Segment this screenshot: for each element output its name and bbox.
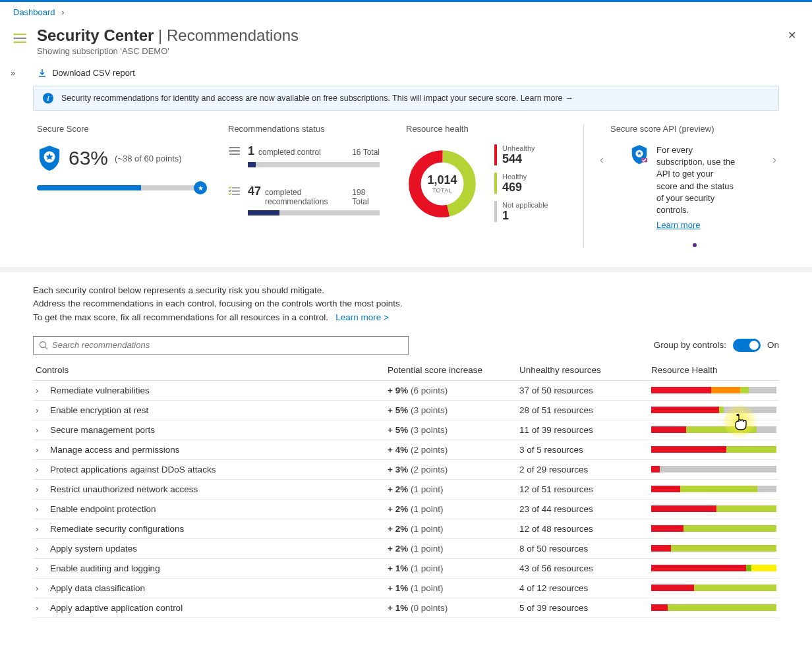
control-row[interactable]: ›Secure management ports + 5% (3 points)… [33, 420, 779, 440]
unhealthy-count: 5 of 39 resources [517, 598, 649, 617]
page-title: Security Center | Recommendations [37, 26, 299, 45]
psi-percent: + 5% [388, 425, 408, 435]
resource-health-title: Resource health [406, 124, 567, 134]
col-unhealthy[interactable]: Unhealthy resources [517, 360, 649, 381]
control-row[interactable]: ›Apply adaptive application control + 1%… [33, 598, 779, 617]
unhealthy-count: 4 of 12 resources [517, 578, 649, 598]
breadcrumb-dashboard[interactable]: Dashboard [13, 7, 55, 17]
psi-points: (1 point) [411, 484, 444, 494]
unhealthy-color-icon [494, 144, 497, 165]
search-recommendations-box[interactable] [33, 336, 409, 355]
completed-control-icon [228, 144, 241, 158]
expand-icon[interactable]: » [8, 67, 18, 79]
unhealthy-count: 23 of 44 resources [517, 499, 649, 519]
secure-score-points: (~38 of 60 points) [115, 154, 182, 163]
health-bar [651, 426, 776, 433]
psi-percent: + 9% [388, 386, 408, 395]
control-row[interactable]: ›Manage access and permissions + 4% (2 p… [33, 440, 779, 459]
control-row[interactable]: ›Enable encryption at rest + 5% (3 point… [33, 400, 779, 420]
api-preview-card: Secure score API (preview) ‹ For every s… [610, 124, 779, 247]
download-csv-button[interactable]: Download CSV report [38, 68, 135, 78]
col-psi[interactable]: Potential score increase [385, 360, 517, 381]
toolbar: » Download CSV report [0, 63, 812, 86]
chevron-right-icon: › [36, 544, 46, 554]
carousel-prev-button[interactable]: ‹ [597, 150, 606, 169]
unhealthy-count: 2 of 29 resources [517, 459, 649, 479]
resource-health-donut: 1,014 TOTAL [406, 148, 478, 220]
api-learn-more-link[interactable]: Learn more [656, 220, 736, 230]
carousel-indicator [693, 243, 697, 247]
security-center-icon [13, 30, 29, 46]
col-controls[interactable]: Controls [33, 360, 385, 381]
legend-unhealthy: Unhealthy544 [494, 144, 548, 166]
control-row[interactable]: ›Enable endpoint protection + 2% (1 poin… [33, 499, 779, 519]
control-name: Manage access and permissions [50, 445, 180, 455]
health-bar [651, 545, 776, 552]
control-name: Apply data classification [50, 583, 145, 593]
control-row[interactable]: ›Restrict unauthorized network access + … [33, 479, 779, 499]
control-row[interactable]: ›Enable auditing and logging + 1% (1 poi… [33, 558, 779, 578]
page-subtitle: Showing subscription 'ASC DEMO' [37, 46, 299, 56]
secure-score-title: Secure Score [37, 124, 202, 134]
control-row[interactable]: ›Apply data classification + 1% (1 point… [33, 578, 779, 598]
col-resource-health[interactable]: Resource Health [649, 360, 779, 381]
secure-score-bar: ★ [37, 185, 202, 190]
info-banner-text: Security recommendations for identity an… [61, 94, 573, 103]
control-name: Apply adaptive application control [50, 603, 183, 613]
unhealthy-count: 3 of 5 resources [517, 440, 649, 459]
psi-percent: + 2% [388, 484, 408, 494]
search-input[interactable] [52, 340, 403, 350]
carousel-next-button[interactable]: › [770, 150, 779, 169]
svg-rect-9 [229, 154, 240, 155]
health-bar [651, 604, 776, 611]
unhealthy-count: 28 of 51 resources [517, 400, 649, 420]
group-by-controls-toggle: Group by controls: On [654, 339, 779, 352]
recs-bar [248, 210, 380, 215]
recs-label: completed recommendations [265, 188, 352, 206]
close-button[interactable]: ✕ [785, 26, 799, 44]
psi-points: (1 point) [411, 544, 444, 554]
control-row[interactable]: ›Remediate vulnerabilities + 9% (6 point… [33, 380, 779, 400]
health-bar [651, 387, 776, 393]
info-banner: i Security recommendations for identity … [33, 86, 779, 111]
resource-health-card: Resource health 1,014 TOTAL Unhealthy544 [406, 124, 584, 247]
chevron-right-icon: › [36, 465, 46, 474]
svg-rect-8 [229, 150, 240, 152]
control-row[interactable]: ›Protect applications against DDoS attac… [33, 459, 779, 479]
unhealthy-count: 11 of 39 resources [517, 420, 649, 440]
psi-points: (1 point) [411, 504, 444, 514]
legend-healthy: Healthy469 [494, 173, 548, 194]
svg-point-5 [14, 42, 16, 43]
group-toggle-state: On [767, 340, 779, 350]
svg-point-3 [14, 38, 16, 40]
health-bar [651, 565, 776, 571]
psi-points: (3 points) [411, 425, 448, 435]
secure-score-card: Secure Score 63% (~38 of 60 points) ★ [37, 124, 202, 247]
na-color-icon [494, 201, 497, 222]
chevron-right-icon: › [36, 405, 46, 415]
psi-percent: + 4% [388, 445, 408, 455]
intro-text: Each security control below represents a… [0, 272, 812, 333]
intro-learn-more-link[interactable]: Learn more > [335, 312, 389, 322]
chevron-right-icon: › [36, 524, 46, 534]
psi-percent: + 1% [388, 603, 408, 613]
health-bar [651, 407, 776, 413]
psi-percent: + 1% [388, 583, 408, 593]
controls-table: Controls Potential score increase Unheal… [33, 360, 779, 618]
health-bar [651, 505, 776, 512]
health-bar [651, 486, 776, 492]
control-row[interactable]: ›Remediate security configurations + 2% … [33, 519, 779, 538]
info-learn-more-link[interactable]: Learn more→ [521, 94, 573, 103]
psi-percent: + 2% [388, 524, 408, 534]
api-shield-icon [630, 144, 649, 165]
unhealthy-count: 12 of 51 resources [517, 479, 649, 499]
psi-percent: + 3% [388, 465, 408, 474]
psi-percent: + 1% [388, 563, 408, 573]
chevron-right-icon: › [36, 583, 46, 593]
control-name: Enable endpoint protection [50, 504, 156, 514]
api-card-title: Secure score API (preview) [610, 124, 779, 134]
recs-total: 198 Total [352, 188, 380, 206]
health-bar [651, 446, 776, 453]
control-row[interactable]: ›Apply system updates + 2% (1 point) 8 o… [33, 538, 779, 558]
toggle-switch[interactable] [733, 339, 761, 352]
